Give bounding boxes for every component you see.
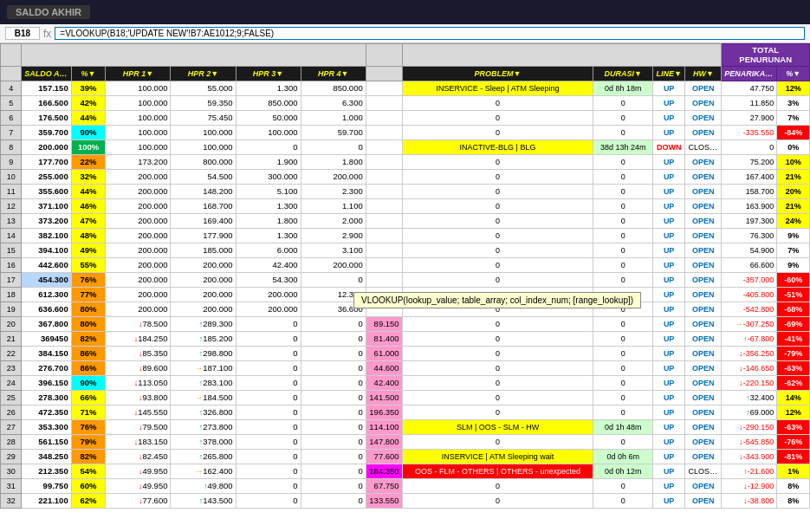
cell-pct[interactable]: 80% [71,316,106,331]
cell-hpr4[interactable]: 0 [301,449,366,464]
cell-hpr4[interactable]: 0 [301,390,366,405]
cell-penarikan[interactable]: ↓-12.900 [722,478,777,493]
cell-hpr1[interactable]: ↓113.050 [106,375,171,390]
cell-hpr4[interactable]: 0 [301,434,366,449]
col-hw[interactable]: HW▼ [685,66,722,81]
col-problem[interactable]: PROBLEM▼ [402,66,593,81]
cell-hpr2[interactable]: 168.700 [171,198,236,213]
cell-pct[interactable]: 82% [71,449,106,464]
cell-hpr4[interactable]: 1.800 [301,154,366,169]
cell-hpr4[interactable]: 0 [301,346,366,360]
cell-saldo[interactable]: 276.700 [22,360,71,375]
cell-hpr1[interactable]: 200.000 [106,213,171,228]
cell-hpr1[interactable]: 200.000 [106,257,171,272]
cell-hpr3[interactable]: 850.000 [236,95,301,110]
cell-penarikan[interactable]: 76.300 [722,228,777,243]
cell-hpr3[interactable]: 0 [236,390,301,405]
cell-hpr1[interactable]: ↓85.350 [106,346,171,360]
cell-hpr1[interactable]: 200.000 [106,243,171,257]
cell-hpr2[interactable]: 169.400 [171,213,236,228]
cell-hpr2[interactable]: 200.000 [171,302,236,316]
cell-hpr2[interactable]: ↑289.300 [171,316,236,331]
cell-hpr3[interactable]: 1.300 [236,228,301,243]
cell-hpr2[interactable]: →162.400 [171,464,236,478]
cell-pct[interactable]: 90% [71,125,106,139]
cell-penarikan[interactable]: ↓-38.800 [722,493,777,508]
col-hpr1[interactable]: HPR 1▼ [106,66,171,81]
cell-penarikan[interactable]: ↓-290.150 [722,419,777,434]
cell-hpr4[interactable]: 0 [301,419,366,434]
cell-saldo[interactable]: 278.300 [22,390,71,405]
cell-hpr2[interactable]: 200.000 [171,272,236,287]
cell-hpr2[interactable]: 54.500 [171,169,236,184]
cell-hpr3[interactable]: 1.900 [236,154,301,169]
cell-hpr3[interactable]: 0 [236,346,301,360]
cell-hpr3[interactable]: 0 [236,419,301,434]
cell-pct[interactable]: 76% [71,272,106,287]
cell-penarikan[interactable]: ↑-67.800 [722,331,777,346]
cell-saldo[interactable]: 200.000 [22,139,71,154]
cell-pct[interactable]: 77% [71,287,106,302]
cell-penarikan[interactable]: 11.850 [722,95,777,110]
cell-hpr2[interactable]: 100.000 [171,125,236,139]
col-durasi[interactable]: DURASI▼ [593,66,652,81]
cell-hpr1[interactable]: ↓89.600 [106,360,171,375]
cell-penarikan[interactable]: 66.600 [722,257,777,272]
cell-hpr3[interactable]: 6.000 [236,243,301,257]
cell-hpr2[interactable]: →187.100 [171,360,236,375]
cell-saldo[interactable]: 472.350 [22,405,71,419]
cell-saldo[interactable]: 367.800 [22,316,71,331]
cell-saldo[interactable]: 221.100 [22,493,71,508]
cell-hpr1[interactable]: 100.000 [106,81,171,95]
cell-hpr2[interactable]: 200.000 [171,257,236,272]
cell-saldo[interactable]: 212.350 [22,464,71,478]
cell-pct[interactable]: 82% [71,331,106,346]
cell-pct[interactable]: 22% [71,154,106,169]
cell-saldo[interactable]: 157.150 [22,81,71,95]
cell-hpr1[interactable]: 200.000 [106,184,171,198]
cell-hpr1[interactable]: 200.000 [106,228,171,243]
cell-saldo[interactable]: 442.600 [22,257,71,272]
cell-hpr2[interactable]: ↑378.000 [171,434,236,449]
cell-hpr1[interactable]: ↓93.800 [106,390,171,405]
cell-penarikan[interactable]: ↓-343.900 [722,449,777,464]
col-hpr2[interactable]: HPR 2▼ [171,66,236,81]
cell-hpr2[interactable]: 100.000 [171,139,236,154]
cell-hpr2[interactable]: 185.000 [171,243,236,257]
cell-hpr3[interactable]: 1.800 [236,213,301,228]
cell-penarikan[interactable]: 47.750 [722,81,777,95]
cell-hpr1[interactable]: 200.000 [106,302,171,316]
cell-pct[interactable]: 71% [71,405,106,419]
cell-pct[interactable]: 90% [71,375,106,390]
cell-hpr3[interactable]: 0 [236,405,301,419]
cell-hpr4[interactable]: 200.000 [301,169,366,184]
cell-hpr4[interactable]: 0 [301,464,366,478]
cell-hpr2[interactable]: 75.450 [171,110,236,125]
cell-hpr1[interactable]: 200.000 [106,272,171,287]
cell-hpr2[interactable]: ↑265.800 [171,449,236,464]
cell-hpr1[interactable]: 200.000 [106,198,171,213]
cell-hpr1[interactable]: 200.000 [106,287,171,302]
cell-hpr3[interactable]: 0 [236,316,301,331]
cell-hpr3[interactable]: 5.100 [236,184,301,198]
cell-pct[interactable]: 42% [71,95,106,110]
cell-hpr3[interactable]: 300.000 [236,169,301,184]
formula-text[interactable]: =VLOOKUP(B18;'UPDATE NEW'!B7:AE1012;9;FA… [55,27,805,40]
cell-saldo[interactable]: 353.300 [22,419,71,434]
cell-hpr1[interactable]: ↓49.950 [106,464,171,478]
cell-hpr3[interactable]: 42.400 [236,257,301,272]
cell-hpr3[interactable]: 0 [236,478,301,493]
cell-hpr3[interactable]: 1.300 [236,81,301,95]
cell-saldo[interactable]: 99.750 [22,478,71,493]
col-pct[interactable]: %▼ [71,66,106,81]
col-line[interactable]: LINE▼ [652,66,685,81]
cell-hpr4[interactable]: 2.900 [301,228,366,243]
cell-pct[interactable]: 79% [71,434,106,449]
cell-saldo[interactable]: 396.150 [22,375,71,390]
cell-penarikan[interactable]: ↑-21.600 [722,464,777,478]
cell-hpr3[interactable]: 0 [236,375,301,390]
cell-hpr4[interactable]: 0 [301,331,366,346]
cell-saldo[interactable]: 177.700 [22,154,71,169]
cell-pct[interactable]: 47% [71,213,106,228]
cell-saldo[interactable]: 373.200 [22,213,71,228]
